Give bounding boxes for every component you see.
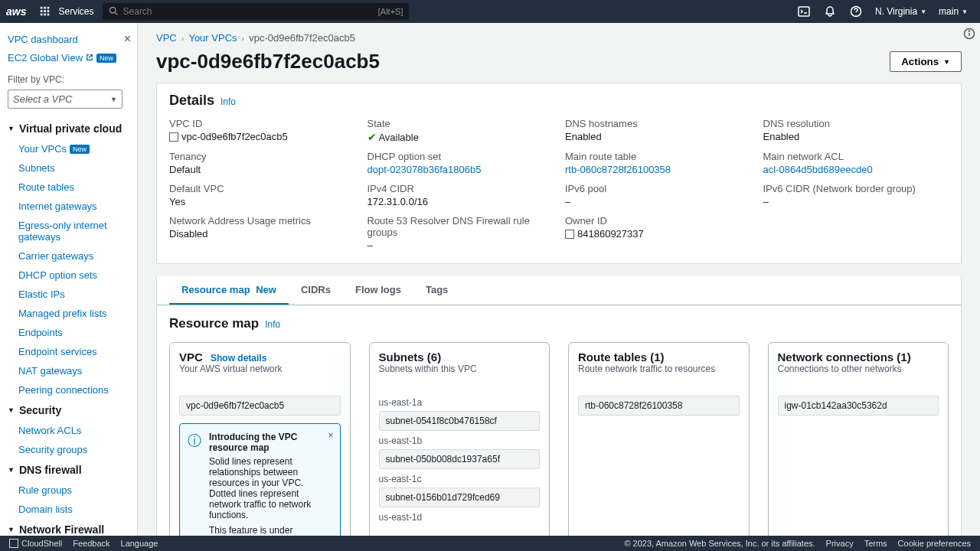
aws-logo[interactable]: aws xyxy=(6,5,26,18)
info-link[interactable]: Info xyxy=(265,319,280,330)
ec2-global-view-link[interactable]: EC2 Global View xyxy=(8,52,83,64)
services-menu[interactable]: Services xyxy=(58,6,93,17)
vpc-filter-select[interactable]: Select a VPC ▼ xyxy=(8,90,122,109)
igw-chip[interactable]: igw-01cb142aa30c5362d xyxy=(778,396,939,416)
value-default-vpc: Yes xyxy=(169,196,355,207)
svg-rect-0 xyxy=(41,7,43,9)
footer-copyright: © 2023, Amazon Web Services, Inc. or its… xyxy=(624,539,815,548)
route-table-chip[interactable]: rtb-060c8728f26100358 xyxy=(578,396,740,416)
footer-terms[interactable]: Terms xyxy=(864,539,887,548)
nav-subnets[interactable]: Subnets xyxy=(8,158,137,178)
service-nav-sidebar: VPC dashboard × EC2 Global View New Filt… xyxy=(0,23,138,536)
map-netconn-sub: Connections to other networks xyxy=(778,364,939,374)
nav-endpoints[interactable]: Endpoints xyxy=(8,323,137,342)
resource-map-heading: Resource map xyxy=(169,316,259,331)
actions-button[interactable]: Actions ▼ xyxy=(890,51,962,72)
nav-egress-gateways[interactable]: Egress-only internet gateways xyxy=(8,216,137,246)
value-state: ✔ Available xyxy=(368,131,554,143)
collapse-sidebar-icon[interactable]: × xyxy=(124,32,131,46)
svg-rect-6 xyxy=(41,14,43,16)
main-content: VPC › Your VPCs › vpc-0d9e6fb7f2ec0acb5 … xyxy=(138,23,980,536)
collapse-triangle-icon: ▼ xyxy=(8,406,15,414)
section-security[interactable]: ▼ Security xyxy=(8,399,137,421)
link-net-acl[interactable]: acl-0864d5bd689eecde0 xyxy=(763,164,873,175)
help-icon[interactable] xyxy=(849,5,863,18)
section-network-firewall[interactable]: ▼ Network Firewall xyxy=(8,519,137,536)
svg-rect-4 xyxy=(44,10,47,12)
section-virtual-private-cloud[interactable]: ▼ Virtual private cloud xyxy=(8,118,137,139)
map-vpc-chip[interactable]: vpc-0d9e6fb7f2ec0acb5 xyxy=(179,396,341,416)
value-owner-id: 841860927337 xyxy=(565,228,751,240)
link-dhcp-set[interactable]: dopt-023078b36fa1806b5 xyxy=(368,164,482,175)
nav-domain-lists[interactable]: Domain lists xyxy=(8,500,137,519)
details-heading: Details xyxy=(169,93,214,109)
subnet-chip[interactable]: subnet-050b008dc1937a65f xyxy=(379,449,541,469)
value-dns-host: Enabled xyxy=(565,131,751,142)
account-menu[interactable]: main▼ xyxy=(939,6,968,17)
cloudshell-icon xyxy=(9,539,18,548)
footer-privacy[interactable]: Privacy xyxy=(826,539,854,548)
info-panel-toggle-icon[interactable] xyxy=(959,23,980,44)
collapse-triangle-icon: ▼ xyxy=(8,466,15,474)
svg-line-10 xyxy=(116,12,118,15)
nav-carrier-gateways[interactable]: Carrier gateways xyxy=(8,246,137,266)
value-ipv6-cidr: – xyxy=(763,196,949,207)
label-dns-host: DNS hostnames xyxy=(565,118,751,129)
nav-dhcp-option-sets[interactable]: DHCP option sets xyxy=(8,266,137,285)
map-routes-sub: Route network traffic to resources xyxy=(578,364,740,374)
tab-cidrs[interactable]: CIDRs xyxy=(289,276,343,305)
services-grid-icon[interactable] xyxy=(38,5,52,18)
filter-label: Filter by VPC: xyxy=(8,74,137,85)
nav-endpoint-services[interactable]: Endpoint services xyxy=(8,342,137,361)
map-col-route-tables: Route tables (1) Route network traffic t… xyxy=(568,342,750,536)
nav-rule-groups[interactable]: Rule groups xyxy=(8,481,137,500)
search-input[interactable] xyxy=(122,6,377,17)
footer-cloudshell[interactable]: CloudShell xyxy=(9,539,62,548)
breadcrumb-your-vpcs[interactable]: Your VPCs xyxy=(188,32,237,44)
label-route-table: Main route table xyxy=(565,151,751,162)
copy-icon[interactable] xyxy=(169,132,178,142)
map-vpc-sub: Your AWS virtual network xyxy=(179,364,341,374)
svg-rect-1 xyxy=(44,7,47,9)
nav-route-tables[interactable]: Route tables xyxy=(8,178,137,197)
footer-cookie-prefs[interactable]: Cookie preferences xyxy=(898,539,971,548)
nav-your-vpcs[interactable]: Your VPCs New xyxy=(8,139,137,158)
dismiss-callout-icon[interactable]: × xyxy=(328,430,333,441)
link-route-table[interactable]: rtb-060c8728f26100358 xyxy=(565,164,671,175)
show-details-link[interactable]: Show details xyxy=(211,353,266,364)
tab-tags[interactable]: Tags xyxy=(413,276,460,305)
resource-tabs-panel: Resource map New CIDRs Flow logs Tags Re… xyxy=(156,276,962,536)
map-routes-title: Route tables (1) xyxy=(578,350,740,364)
nav-elastic-ips[interactable]: Elastic IPs xyxy=(8,285,137,304)
nav-internet-gateways[interactable]: Internet gateways xyxy=(8,197,137,216)
notifications-icon[interactable] xyxy=(823,5,837,18)
search-shortcut-hint: [Alt+S] xyxy=(378,7,403,16)
nav-security-groups[interactable]: Security groups xyxy=(8,440,137,459)
svg-rect-5 xyxy=(47,10,50,12)
value-net-addr: Disabled xyxy=(169,228,355,240)
section-dns-firewall[interactable]: ▼ DNS firewall xyxy=(8,459,137,481)
footer-language[interactable]: Language xyxy=(121,539,158,548)
tab-resource-map[interactable]: Resource map New xyxy=(169,276,289,305)
footer-feedback[interactable]: Feedback xyxy=(73,539,109,548)
subnet-chip[interactable]: subnet-0156b01d729fced69 xyxy=(379,487,541,507)
nav-network-acls[interactable]: Network ACLs xyxy=(8,421,137,440)
callout-body2: This feature is under xyxy=(209,525,332,536)
value-ipv6-pool: – xyxy=(565,196,751,207)
copy-icon[interactable] xyxy=(565,230,574,239)
map-col-subnets: Subnets (6) Subnets within this VPC us-e… xyxy=(369,342,550,536)
subnet-chip[interactable]: subnet-0541f8c0b476158cf xyxy=(379,411,541,431)
caret-down-icon: ▼ xyxy=(943,58,950,66)
nav-managed-prefix-lists[interactable]: Managed prefix lists xyxy=(8,304,137,323)
value-dns-res: Enabled xyxy=(763,131,949,142)
tab-flow-logs[interactable]: Flow logs xyxy=(343,276,413,305)
breadcrumb-vpc[interactable]: VPC xyxy=(156,32,177,44)
region-selector[interactable]: N. Virginia▼ xyxy=(875,6,926,17)
cloudshell-icon[interactable] xyxy=(797,5,811,18)
info-link[interactable]: Info xyxy=(220,96,236,107)
vpc-dashboard-link[interactable]: VPC dashboard xyxy=(8,34,78,45)
nav-nat-gateways[interactable]: NAT gateways xyxy=(8,361,137,380)
global-search[interactable]: [Alt+S] xyxy=(103,3,409,20)
nav-peering-connections[interactable]: Peering connections xyxy=(8,380,137,399)
label-r53: Route 53 Resolver DNS Firewall rule grou… xyxy=(368,215,554,238)
